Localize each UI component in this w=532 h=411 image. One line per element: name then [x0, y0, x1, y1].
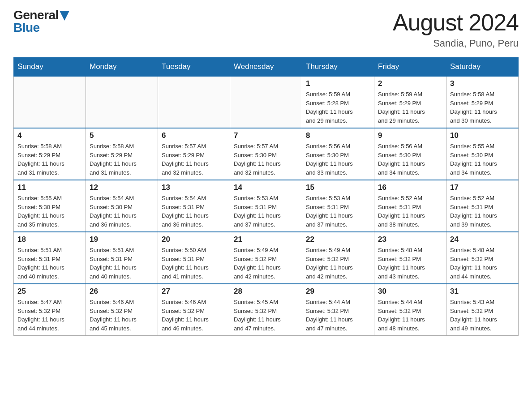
day-number: 17	[450, 183, 515, 192]
day-info: Sunrise: 5:46 AM Sunset: 5:32 PM Dayligh…	[162, 298, 226, 333]
calendar-cell: 12Sunrise: 5:54 AM Sunset: 5:30 PM Dayli…	[86, 180, 158, 232]
day-number: 25	[17, 287, 82, 296]
calendar-cell: 27Sunrise: 5:46 AM Sunset: 5:32 PM Dayli…	[158, 284, 230, 336]
day-info: Sunrise: 5:51 AM Sunset: 5:31 PM Dayligh…	[17, 246, 82, 281]
day-number: 6	[162, 131, 226, 140]
day-info: Sunrise: 5:53 AM Sunset: 5:31 PM Dayligh…	[234, 194, 298, 229]
calendar-cell: 4Sunrise: 5:58 AM Sunset: 5:29 PM Daylig…	[14, 128, 86, 180]
day-info: Sunrise: 5:52 AM Sunset: 5:31 PM Dayligh…	[450, 194, 515, 229]
day-number: 13	[162, 183, 226, 192]
calendar-cell: 10Sunrise: 5:55 AM Sunset: 5:30 PM Dayli…	[446, 128, 519, 180]
calendar-cell: 8Sunrise: 5:56 AM Sunset: 5:30 PM Daylig…	[302, 128, 374, 180]
day-number: 8	[306, 131, 370, 140]
day-info: Sunrise: 5:47 AM Sunset: 5:32 PM Dayligh…	[17, 298, 82, 333]
weekday-header-row: SundayMondayTuesdayWednesdayThursdayFrid…	[14, 58, 519, 77]
calendar-cell: 2Sunrise: 5:59 AM Sunset: 5:29 PM Daylig…	[374, 76, 446, 128]
day-number: 28	[234, 287, 298, 296]
calendar-week-row: 25Sunrise: 5:47 AM Sunset: 5:32 PM Dayli…	[14, 284, 519, 336]
day-info: Sunrise: 5:52 AM Sunset: 5:31 PM Dayligh…	[378, 194, 442, 229]
svg-marker-0	[60, 11, 69, 21]
weekday-header-sunday: Sunday	[14, 58, 86, 77]
calendar-subtitle: Sandia, Puno, Peru	[393, 38, 519, 49]
day-number: 31	[450, 287, 515, 296]
calendar-cell: 28Sunrise: 5:45 AM Sunset: 5:32 PM Dayli…	[230, 284, 302, 336]
day-number: 4	[17, 131, 82, 140]
logo-triangle-icon	[60, 11, 69, 21]
day-info: Sunrise: 5:53 AM Sunset: 5:31 PM Dayligh…	[306, 194, 370, 229]
day-info: Sunrise: 5:56 AM Sunset: 5:30 PM Dayligh…	[378, 142, 442, 177]
calendar-cell: 6Sunrise: 5:57 AM Sunset: 5:29 PM Daylig…	[158, 128, 230, 180]
calendar-header: SundayMondayTuesdayWednesdayThursdayFrid…	[14, 58, 519, 77]
day-info: Sunrise: 5:58 AM Sunset: 5:29 PM Dayligh…	[450, 90, 515, 125]
logo-blue-text: Blue	[13, 21, 40, 34]
calendar-cell: 18Sunrise: 5:51 AM Sunset: 5:31 PM Dayli…	[14, 232, 86, 284]
day-info: Sunrise: 5:58 AM Sunset: 5:29 PM Dayligh…	[17, 142, 82, 177]
day-number: 23	[378, 235, 442, 244]
calendar-cell: 7Sunrise: 5:57 AM Sunset: 5:30 PM Daylig…	[230, 128, 302, 180]
day-number: 21	[234, 235, 298, 244]
calendar-cell: 17Sunrise: 5:52 AM Sunset: 5:31 PM Dayli…	[446, 180, 519, 232]
weekday-header-thursday: Thursday	[302, 58, 374, 77]
calendar-cell	[230, 76, 302, 128]
day-info: Sunrise: 5:57 AM Sunset: 5:30 PM Dayligh…	[234, 142, 298, 177]
calendar-week-row: 4Sunrise: 5:58 AM Sunset: 5:29 PM Daylig…	[14, 128, 519, 180]
calendar-week-row: 11Sunrise: 5:55 AM Sunset: 5:30 PM Dayli…	[14, 180, 519, 232]
day-number: 10	[450, 131, 515, 140]
weekday-header-wednesday: Wednesday	[230, 58, 302, 77]
calendar-cell: 1Sunrise: 5:59 AM Sunset: 5:28 PM Daylig…	[302, 76, 374, 128]
day-info: Sunrise: 5:48 AM Sunset: 5:32 PM Dayligh…	[450, 246, 515, 281]
day-info: Sunrise: 5:51 AM Sunset: 5:31 PM Dayligh…	[90, 246, 154, 281]
day-info: Sunrise: 5:49 AM Sunset: 5:32 PM Dayligh…	[306, 246, 370, 281]
day-number: 16	[378, 183, 442, 192]
day-info: Sunrise: 5:44 AM Sunset: 5:32 PM Dayligh…	[378, 298, 442, 333]
calendar-week-row: 1Sunrise: 5:59 AM Sunset: 5:28 PM Daylig…	[14, 76, 519, 128]
logo-general-text: General	[13, 9, 59, 21]
day-number: 29	[306, 287, 370, 296]
calendar-cell: 9Sunrise: 5:56 AM Sunset: 5:30 PM Daylig…	[374, 128, 446, 180]
day-number: 22	[306, 235, 370, 244]
day-info: Sunrise: 5:54 AM Sunset: 5:31 PM Dayligh…	[162, 194, 226, 229]
weekday-header-monday: Monday	[86, 58, 158, 77]
day-info: Sunrise: 5:55 AM Sunset: 5:30 PM Dayligh…	[450, 142, 515, 177]
calendar-cell	[14, 76, 86, 128]
day-number: 9	[378, 131, 442, 140]
weekday-header-saturday: Saturday	[446, 58, 519, 77]
calendar-cell: 19Sunrise: 5:51 AM Sunset: 5:31 PM Dayli…	[86, 232, 158, 284]
calendar-cell: 29Sunrise: 5:44 AM Sunset: 5:32 PM Dayli…	[302, 284, 374, 336]
day-info: Sunrise: 5:54 AM Sunset: 5:30 PM Dayligh…	[90, 194, 154, 229]
day-number: 18	[17, 235, 82, 244]
day-info: Sunrise: 5:45 AM Sunset: 5:32 PM Dayligh…	[234, 298, 298, 333]
calendar-title: August 2024	[393, 9, 519, 36]
calendar-cell: 14Sunrise: 5:53 AM Sunset: 5:31 PM Dayli…	[230, 180, 302, 232]
calendar-cell: 15Sunrise: 5:53 AM Sunset: 5:31 PM Dayli…	[302, 180, 374, 232]
day-number: 15	[306, 183, 370, 192]
day-info: Sunrise: 5:49 AM Sunset: 5:32 PM Dayligh…	[234, 246, 298, 281]
day-info: Sunrise: 5:59 AM Sunset: 5:28 PM Dayligh…	[306, 90, 370, 125]
day-info: Sunrise: 5:58 AM Sunset: 5:29 PM Dayligh…	[90, 142, 154, 177]
calendar-cell: 20Sunrise: 5:50 AM Sunset: 5:31 PM Dayli…	[158, 232, 230, 284]
logo: General Blue	[13, 9, 69, 34]
day-number: 30	[378, 287, 442, 296]
day-info: Sunrise: 5:57 AM Sunset: 5:29 PM Dayligh…	[162, 142, 226, 177]
day-number: 5	[90, 131, 154, 140]
calendar-week-row: 18Sunrise: 5:51 AM Sunset: 5:31 PM Dayli…	[14, 232, 519, 284]
day-number: 20	[162, 235, 226, 244]
day-number: 12	[90, 183, 154, 192]
day-number: 2	[378, 79, 442, 88]
calendar-table: SundayMondayTuesdayWednesdayThursdayFrid…	[13, 57, 519, 336]
calendar-cell: 25Sunrise: 5:47 AM Sunset: 5:32 PM Dayli…	[14, 284, 86, 336]
day-info: Sunrise: 5:50 AM Sunset: 5:31 PM Dayligh…	[162, 246, 226, 281]
calendar-cell: 22Sunrise: 5:49 AM Sunset: 5:32 PM Dayli…	[302, 232, 374, 284]
calendar-cell	[158, 76, 230, 128]
page-header: General Blue August 2024 Sandia, Puno, P…	[13, 9, 519, 49]
calendar-cell: 24Sunrise: 5:48 AM Sunset: 5:32 PM Dayli…	[446, 232, 519, 284]
calendar-cell: 3Sunrise: 5:58 AM Sunset: 5:29 PM Daylig…	[446, 76, 519, 128]
calendar-cell	[86, 76, 158, 128]
weekday-header-tuesday: Tuesday	[158, 58, 230, 77]
day-info: Sunrise: 5:46 AM Sunset: 5:32 PM Dayligh…	[90, 298, 154, 333]
calendar-cell: 16Sunrise: 5:52 AM Sunset: 5:31 PM Dayli…	[374, 180, 446, 232]
day-info: Sunrise: 5:55 AM Sunset: 5:30 PM Dayligh…	[17, 194, 82, 229]
day-number: 11	[17, 183, 82, 192]
day-number: 14	[234, 183, 298, 192]
calendar-cell: 13Sunrise: 5:54 AM Sunset: 5:31 PM Dayli…	[158, 180, 230, 232]
